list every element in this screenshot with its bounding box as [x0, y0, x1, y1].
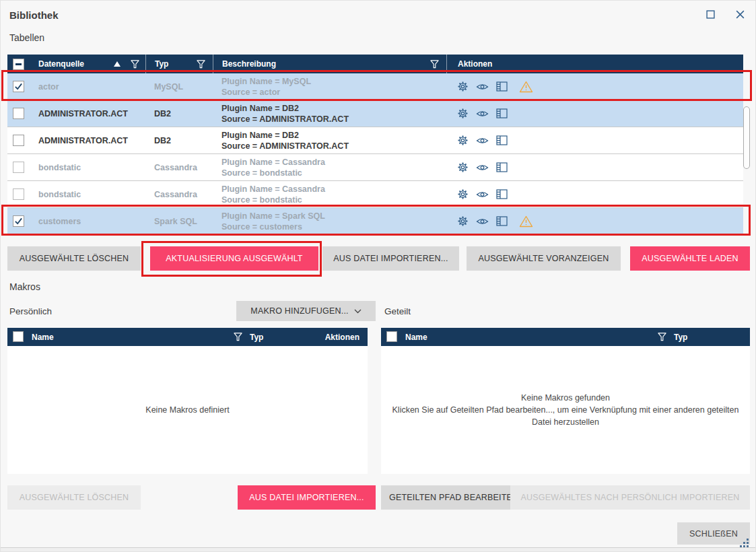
description-line: Source = bondstatic [221, 168, 325, 178]
maximize-button[interactable] [703, 8, 718, 23]
row-checkbox[interactable] [13, 135, 24, 146]
import-macro-from-file-button[interactable]: AUS DATEI IMPORTIEREN... [238, 485, 376, 510]
description-line: Source = ADMINISTRATOR.ACT [221, 114, 349, 125]
macros-heading: Makros [9, 281, 40, 292]
window-bottom-edge [1, 547, 756, 552]
close-button[interactable] [732, 8, 747, 23]
datasource-type: Cassandra [154, 163, 197, 172]
preview-eye-icon[interactable] [476, 109, 489, 118]
tables-header-row: Datenquelle Typ Beschreibung Aktionen [7, 55, 743, 73]
settings-gear-icon[interactable] [457, 135, 469, 146]
vertical-scrollbar-thumb[interactable] [743, 106, 750, 169]
description-line: Plugin Name = Spark SQL [221, 211, 325, 221]
warning-icon[interactable] [519, 81, 533, 93]
table-columns-icon[interactable] [496, 216, 508, 226]
shared-macros-empty-state: Keine Makros gefunden Klicken Sie auf Ge… [381, 346, 750, 474]
row-checkbox[interactable] [13, 188, 24, 200]
personal-macros-empty-state: Keine Makros definiert [7, 346, 368, 474]
refresh-selected-button[interactable]: AKTUALISIERUNG AUSGEWÄHLT [150, 246, 318, 271]
datasource-type: DB2 [154, 109, 171, 118]
table-columns-icon[interactable] [496, 162, 508, 172]
settings-gear-icon[interactable] [457, 215, 469, 227]
table-columns-icon[interactable] [496, 108, 508, 118]
col-header-typ: Typ [250, 333, 263, 342]
maximize-icon [706, 9, 715, 22]
indeterminate-mark [15, 63, 22, 65]
row-checkbox[interactable] [13, 108, 24, 119]
description-line: Plugin Name = Cassandra [221, 157, 325, 168]
table-row[interactable]: bondstatic Cassandra Plugin Name = Cassa… [7, 181, 743, 208]
col-header-datenquelle: Datenquelle [38, 59, 84, 69]
table-row[interactable]: ADMINISTRATOR.ACT DB2 Plugin Name = DB2S… [7, 127, 743, 154]
description-line: Plugin Name = DB2 [221, 103, 349, 114]
description-line: Source = bondstatic [221, 195, 325, 205]
preview-eye-icon[interactable] [476, 217, 489, 226]
preview-selected-button[interactable]: AUSGEWÄHLTE VORANZEIGEN [467, 246, 621, 271]
datasource-name: bondstatic [38, 190, 81, 199]
row-checkbox[interactable] [13, 162, 24, 173]
select-all-checkbox[interactable] [386, 331, 397, 342]
filter-icon[interactable] [429, 59, 440, 69]
tables-grid: Datenquelle Typ Beschreibung Aktionen ac… [7, 55, 743, 235]
table-columns-icon[interactable] [496, 189, 508, 199]
preview-eye-icon[interactable] [476, 82, 489, 92]
settings-gear-icon[interactable] [457, 81, 469, 92]
settings-gear-icon[interactable] [457, 108, 469, 119]
filter-icon[interactable] [196, 59, 206, 69]
load-selected-button[interactable]: AUSGEWÄHLTE LADEN [630, 246, 750, 271]
row-checkbox[interactable] [13, 215, 24, 227]
settings-gear-icon[interactable] [457, 162, 469, 173]
delete-selected-macros-button[interactable]: AUSGEWÄHLTE LÖSCHEN [7, 485, 141, 510]
chevron-down-icon [354, 306, 362, 316]
select-all-checkbox[interactable] [13, 59, 24, 70]
edit-shared-path-button[interactable]: GETEILTEN PFAD BEARBEITEN... [381, 485, 510, 510]
shared-label: Geteilt [384, 306, 411, 316]
col-header-typ: Typ [155, 59, 168, 69]
delete-selected-tables-button[interactable]: AUSGEWÄHLTE LÖSCHEN [7, 246, 141, 271]
col-header-aktionen: Aktionen [325, 333, 359, 342]
import-to-personal-button[interactable]: AUSGEWÄHLTES NACH PERSÖNLICH IMPORTIEREN [510, 485, 750, 510]
table-row[interactable]: customers Spark SQL Plugin Name = Spark … [7, 208, 743, 235]
personal-macros-header: Name Typ Aktionen [7, 328, 368, 346]
description-line: Source = actor [221, 87, 311, 98]
col-header-beschreibung: Beschreibung [222, 59, 276, 69]
preview-eye-icon[interactable] [476, 190, 489, 199]
import-from-file-button[interactable]: AUS DATEI IMPORTIEREN... [322, 246, 459, 271]
bibliothek-dialog: Bibliothek Tabellen Datenquelle Typ Besc… [0, 0, 756, 552]
shared-macros-panel: Name Typ Keine Makros gefunden Klicken S… [381, 328, 750, 474]
table-row[interactable]: ADMINISTRATOR.ACT DB2 Plugin Name = DB2S… [7, 100, 743, 127]
dialog-title: Bibliothek [9, 9, 59, 21]
close-dialog-button[interactable]: SCHLIEßEN [677, 522, 750, 545]
preview-eye-icon[interactable] [476, 136, 489, 145]
table-columns-icon[interactable] [496, 81, 508, 92]
description-line: Source = ADMINISTRATOR.ACT [221, 141, 349, 151]
warning-icon[interactable] [519, 215, 533, 228]
datasource-type: Cassandra [154, 190, 197, 199]
col-header-name: Name [405, 333, 427, 342]
description-line: Plugin Name = Cassandra [221, 184, 325, 195]
filter-icon[interactable] [657, 332, 667, 344]
filter-icon[interactable] [130, 59, 140, 69]
description-line: Plugin Name = DB2 [221, 130, 349, 141]
sort-ascending-icon[interactable] [114, 61, 121, 67]
col-header-name: Name [32, 333, 54, 342]
select-all-checkbox[interactable] [13, 331, 24, 342]
datasource-name: bondstatic [38, 163, 81, 172]
datasource-type: DB2 [154, 136, 171, 145]
filter-icon[interactable] [233, 332, 243, 344]
description-line: Plugin Name = MySQL [221, 76, 311, 87]
preview-eye-icon[interactable] [476, 163, 489, 172]
shared-macros-header: Name Typ [381, 328, 750, 346]
datasource-type: Spark SQL [154, 217, 197, 226]
col-header-aktionen: Aktionen [458, 59, 492, 69]
settings-gear-icon[interactable] [457, 188, 469, 200]
description-line: Source = customers [221, 221, 325, 232]
add-macro-button[interactable]: MAKRO HINZUFUGEN... [236, 301, 376, 321]
row-checkbox[interactable] [13, 81, 24, 92]
tables-heading: Tabellen [9, 32, 44, 43]
table-row[interactable]: bondstatic Cassandra Plugin Name = Cassa… [7, 154, 743, 181]
table-row[interactable]: actor MySQL Plugin Name = MySQLSource = … [7, 73, 743, 100]
datasource-name: ADMINISTRATOR.ACT [38, 136, 128, 145]
table-columns-icon[interactable] [496, 135, 508, 145]
personal-label: Persönlich [9, 306, 52, 316]
